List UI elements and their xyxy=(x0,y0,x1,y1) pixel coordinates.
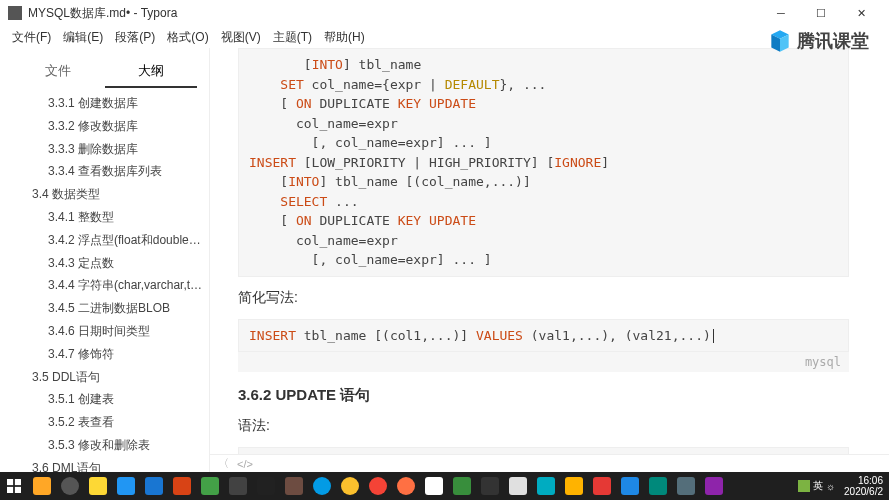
outline-item[interactable]: 3.4.6 日期时间类型 xyxy=(0,320,209,343)
outline-item[interactable]: 3.4.4 字符串(char,varchar,text) xyxy=(0,274,209,297)
taskbar-app-14[interactable] xyxy=(392,472,420,500)
svg-rect-6 xyxy=(15,487,21,493)
menu-format[interactable]: 格式(O) xyxy=(161,27,214,48)
heading-update: 3.6.2 UPDATE 语句 xyxy=(238,386,849,405)
menu-file[interactable]: 文件(F) xyxy=(6,27,57,48)
taskbar-app-22[interactable] xyxy=(616,472,644,500)
taskbar-app-18[interactable] xyxy=(504,472,532,500)
app-icon xyxy=(8,6,22,20)
taskbar-app-3[interactable] xyxy=(84,472,112,500)
menu-paragraph[interactable]: 段落(P) xyxy=(109,27,161,48)
outline-item[interactable]: 3.4.2 浮点型(float和double)，近似值 xyxy=(0,229,209,252)
menu-edit[interactable]: 编辑(E) xyxy=(57,27,109,48)
editor-content[interactable]: [INTO] tbl_name SET col_name={expr | DEF… xyxy=(210,48,889,472)
taskbar-app-1[interactable] xyxy=(28,472,56,500)
window-title: MYSQL数据库.md• - Typora xyxy=(28,5,761,22)
taskbar-app-2[interactable] xyxy=(56,472,84,500)
taskbar-app-19[interactable] xyxy=(532,472,560,500)
svg-rect-3 xyxy=(7,479,13,485)
taskbar-app-25[interactable] xyxy=(700,472,728,500)
code-block-insert-simple[interactable]: INSERT tbl_name [(col1,...)] VALUES (val… xyxy=(238,319,849,353)
outline-item[interactable]: 3.5.3 修改和删除表 xyxy=(0,434,209,457)
taskbar-app-17[interactable] xyxy=(476,472,504,500)
tray-lang[interactable]: 英 xyxy=(813,479,823,493)
text-cursor xyxy=(713,329,714,343)
sidebar-tab-outline[interactable]: 大纲 xyxy=(105,56,198,88)
taskbar-app-21[interactable] xyxy=(588,472,616,500)
watermark-logo: 腾讯课堂 xyxy=(767,28,869,54)
taskbar-app-20[interactable] xyxy=(560,472,588,500)
menu-help[interactable]: 帮助(H) xyxy=(318,27,371,48)
outline-item[interactable]: 3.3.3 删除数据库 xyxy=(0,138,209,161)
menu-theme[interactable]: 主题(T) xyxy=(267,27,318,48)
code-block-insert[interactable]: [INTO] tbl_name SET col_name={expr | DEF… xyxy=(238,48,849,277)
menu-bar: 文件(F) 编辑(E) 段落(P) 格式(O) 视图(V) 主题(T) 帮助(H… xyxy=(0,26,889,48)
svg-rect-5 xyxy=(7,487,13,493)
outline-item[interactable]: 3.5 DDL语句 xyxy=(0,366,209,389)
close-button[interactable]: ✕ xyxy=(841,0,881,26)
outline-item[interactable]: 3.4.7 修饰符 xyxy=(0,343,209,366)
windows-taskbar: 英 ☼ 16:06 2020/6/2 xyxy=(0,472,889,500)
tray-icon[interactable] xyxy=(798,480,810,492)
taskbar-app-5[interactable] xyxy=(140,472,168,500)
taskbar-app-24[interactable] xyxy=(672,472,700,500)
taskbar-app-9[interactable] xyxy=(252,472,280,500)
taskbar-app-10[interactable] xyxy=(280,472,308,500)
code-lang-label: mysql xyxy=(238,351,849,372)
nav-back-icon[interactable]: 〈 xyxy=(218,456,229,471)
maximize-button[interactable]: ☐ xyxy=(801,0,841,26)
syntax-label: 语法: xyxy=(238,417,849,435)
status-bar: 〈 </> xyxy=(210,454,889,472)
taskbar-app-7[interactable] xyxy=(196,472,224,500)
taskbar-app-12[interactable] xyxy=(336,472,364,500)
taskbar-app-23[interactable] xyxy=(644,472,672,500)
outline-item[interactable]: 3.4.5 二进制数据BLOB xyxy=(0,297,209,320)
outline-item[interactable]: 3.4.3 定点数 xyxy=(0,252,209,275)
outline-item[interactable]: 3.5.2 表查看 xyxy=(0,411,209,434)
system-tray[interactable]: 英 ☼ 16:06 2020/6/2 xyxy=(795,475,889,497)
taskbar-app-6[interactable] xyxy=(168,472,196,500)
taskbar-app-13[interactable] xyxy=(364,472,392,500)
title-bar: MYSQL数据库.md• - Typora ─ ☐ ✕ xyxy=(0,0,889,26)
taskbar-app-8[interactable] xyxy=(224,472,252,500)
sidebar: 文件 大纲 3.3.1 创建数据库3.3.2 修改数据库3.3.3 删除数据库3… xyxy=(0,48,210,472)
outline-item[interactable]: 3.4 数据类型 xyxy=(0,183,209,206)
taskbar-app-11[interactable] xyxy=(308,472,336,500)
taskbar-app-4[interactable] xyxy=(112,472,140,500)
outline-list[interactable]: 3.3.1 创建数据库3.3.2 修改数据库3.3.3 删除数据库3.3.4 查… xyxy=(0,88,209,472)
tencent-class-icon xyxy=(767,28,793,54)
minimize-button[interactable]: ─ xyxy=(761,0,801,26)
tray-clock[interactable]: 16:06 2020/6/2 xyxy=(844,475,883,497)
svg-rect-4 xyxy=(15,479,21,485)
menu-view[interactable]: 视图(V) xyxy=(215,27,267,48)
sidebar-tab-file[interactable]: 文件 xyxy=(12,56,105,88)
source-code-icon[interactable]: </> xyxy=(237,458,253,470)
outline-item[interactable]: 3.3.1 创建数据库 xyxy=(0,92,209,115)
outline-item[interactable]: 3.4.1 整数型 xyxy=(0,206,209,229)
taskbar-app-16[interactable] xyxy=(448,472,476,500)
taskbar-app-15[interactable] xyxy=(420,472,448,500)
outline-item[interactable]: 3.3.4 查看数据库列表 xyxy=(0,160,209,183)
simplified-label: 简化写法: xyxy=(238,289,849,307)
outline-item[interactable]: 3.6 DML语句 xyxy=(0,457,209,472)
start-button[interactable] xyxy=(0,472,28,500)
outline-item[interactable]: 3.5.1 创建表 xyxy=(0,388,209,411)
outline-item[interactable]: 3.3.2 修改数据库 xyxy=(0,115,209,138)
